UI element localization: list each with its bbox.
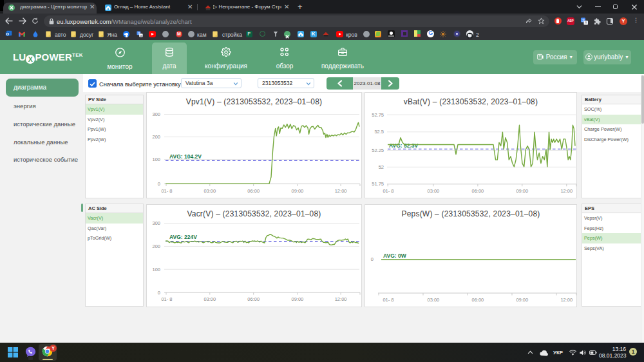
svg-text:200: 200	[152, 243, 160, 249]
svg-text:AVG: 0W: AVG: 0W	[383, 252, 407, 259]
svg-text:01- 8: 01- 8	[161, 296, 172, 302]
svg-text:0: 0	[158, 290, 160, 296]
svg-text:52: 52	[379, 164, 384, 170]
svg-text:A: A	[140, 33, 142, 37]
svg-text:01- 8: 01- 8	[161, 188, 172, 194]
svg-text:03:00: 03:00	[204, 188, 216, 194]
svg-text:03:00: 03:00	[428, 297, 440, 303]
svg-text:09:00: 09:00	[292, 188, 304, 194]
svg-text:03:00: 03:00	[204, 296, 216, 302]
svg-text:12:00: 12:00	[560, 297, 573, 303]
svg-text:06:00: 06:00	[247, 296, 260, 302]
svg-text:100: 100	[152, 267, 160, 272]
svg-text:12:00: 12:00	[335, 188, 347, 194]
svg-text:0: 0	[371, 256, 374, 262]
svg-text:06:00: 06:00	[247, 188, 260, 194]
svg-text:09:00: 09:00	[516, 188, 528, 194]
svg-text:09:00: 09:00	[516, 297, 528, 303]
svg-text:300: 300	[152, 220, 160, 226]
svg-text:52.75: 52.75	[372, 112, 384, 118]
svg-text:01- 8: 01- 8	[383, 297, 393, 303]
svg-text:52.25: 52.25	[372, 148, 384, 153]
svg-text:52.5: 52.5	[374, 129, 384, 135]
svg-text:300: 300	[152, 111, 160, 117]
svg-text:200: 200	[152, 134, 160, 140]
svg-text:12:00: 12:00	[560, 188, 573, 194]
svg-text:01- 8: 01- 8	[383, 188, 393, 194]
svg-text:AVG: 52.3V: AVG: 52.3V	[389, 142, 419, 149]
svg-text:06:00: 06:00	[472, 297, 484, 303]
svg-text:AVG: 104.2V: AVG: 104.2V	[169, 153, 202, 160]
svg-text:0: 0	[158, 181, 160, 187]
svg-text:06:00: 06:00	[472, 188, 484, 194]
svg-text:100: 100	[152, 157, 160, 162]
svg-text:03:00: 03:00	[428, 188, 440, 194]
svg-text:51.75: 51.75	[372, 181, 384, 187]
svg-text:09:00: 09:00	[292, 296, 304, 302]
svg-text:12:00: 12:00	[335, 296, 347, 302]
svg-text:AVG: 224V: AVG: 224V	[169, 234, 197, 240]
